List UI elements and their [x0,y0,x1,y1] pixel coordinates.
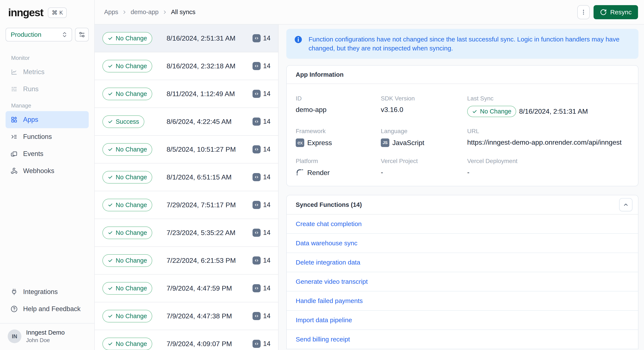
sync-timestamp: 8/5/2024, 10:51:27 PM [166,145,236,153]
field-language: Language JS JavaScript [381,128,467,147]
environment-settings-button[interactable] [75,28,89,41]
sync-row[interactable]: No Change 7/22/2024, 6:21:53 PM 14 [95,247,278,275]
field-last-sync: Last Sync No Change 8/16/2024, 2:51:31 A… [467,95,630,117]
resync-button[interactable]: Resync [594,5,638,19]
framework-value: Express [307,139,332,147]
function-count-value: 14 [263,62,270,70]
sync-timestamp: 8/1/2024, 6:51:15 AM [166,173,232,181]
chevron-right-icon [162,9,168,15]
function-row[interactable]: Import data pipeline [287,311,638,330]
sidebar-item-label: Help and Feedback [23,305,80,313]
sync-row[interactable]: No Change 7/9/2024, 4:47:38 PM 14 [95,302,278,330]
sync-row[interactable]: No Change 8/11/2024, 1:12:49 AM 14 [95,80,278,108]
sync-row[interactable]: No Change 8/16/2024, 2:51:31 AM 14 [95,24,278,52]
function-count-value: 14 [263,34,270,42]
sync-row[interactable]: No Change 8/16/2024, 2:32:18 AM 14 [95,52,278,80]
function-link[interactable]: Send billing receipt [296,336,350,343]
field-label: ID [296,95,381,102]
sidebar-item-apps[interactable]: Apps [6,111,89,128]
sync-row[interactable]: No Change 8/5/2024, 10:51:27 PM 14 [95,136,278,163]
function-count-value: 14 [263,284,270,292]
check-icon [108,313,113,319]
sidebar-item-functions[interactable]: Functions [6,128,89,145]
sync-row[interactable]: Success 8/6/2024, 4:22:45 AM 14 [95,108,278,136]
sync-row[interactable]: No Change 7/29/2024, 7:51:17 PM 14 [95,191,278,219]
sidebar-item-label: Integrations [23,288,58,296]
sync-row[interactable]: No Change 7/9/2024, 4:47:59 PM 14 [95,275,278,302]
banner-text: Function configurations have not changed… [308,35,631,53]
function-row[interactable]: Generate video transcript [287,272,638,292]
status-badge: No Change [102,60,152,72]
apps-grid-icon [11,116,18,123]
function-row[interactable]: Data warehouse sync [287,234,638,253]
status-badge-label: Success [116,118,139,125]
sidebar-item-label: Webhooks [23,167,54,175]
status-badge-label: No Change [116,35,147,42]
function-row[interactable]: Delete integration data [287,253,638,272]
sync-row[interactable]: No Change 7/23/2024, 5:35:22 AM 14 [95,219,278,247]
section-label-monitor: Monitor [11,55,89,61]
status-badge: No Change [102,32,152,45]
function-row[interactable]: Create chat completion [287,215,638,234]
status-badge-label: No Change [116,285,147,292]
function-link[interactable]: Import data pipeline [296,317,352,324]
function-count-value: 14 [263,90,270,98]
user-menu[interactable]: IN Inngest Demo John Doe [6,324,89,350]
breadcrumb-apps[interactable]: Apps [104,8,118,15]
sync-timestamp: 7/9/2024, 4:47:59 PM [166,284,232,292]
sync-status-cell: No Change [102,338,166,350]
sync-status-cell: No Change [102,171,166,184]
function-link[interactable]: Generate video transcript [296,278,368,285]
shortcut-key-label: K [60,9,63,16]
sync-function-count: 14 [252,340,270,348]
collapse-button[interactable] [619,198,632,211]
sidebar-item-webhooks[interactable]: Webhooks [6,162,89,179]
field-value: - [467,168,630,176]
sync-status-cell: No Change [102,143,166,156]
field-label: Last Sync [467,95,630,102]
sidebar-item-help[interactable]: Help and Feedback [6,301,89,318]
rotate-cw-icon [600,9,607,15]
function-link[interactable]: Create chat completion [296,220,362,228]
field-vercel-project: Vercel Project - [381,158,467,177]
app-information-title: App Information [296,71,344,78]
runs-list-icon [11,86,18,92]
sync-row[interactable]: No Change 8/1/2024, 6:51:15 AM 14 [95,163,278,191]
sync-row[interactable]: No Change 7/9/2024, 4:09:07 PM 14 [95,330,278,350]
breadcrumb-app-name[interactable]: demo-app [131,8,159,15]
function-link[interactable]: Data warehouse sync [296,240,358,247]
synced-functions-list: Create chat completion Data warehouse sy… [287,215,638,349]
check-icon [108,63,113,69]
environment-select[interactable]: Production [6,28,72,41]
sidebar-item-metrics[interactable]: Metrics [6,63,89,80]
sync-timestamp: 7/9/2024, 4:09:07 PM [166,340,232,348]
status-badge-label: No Change [116,90,147,97]
field-sdk-version: SDK Version v3.16.0 [381,95,467,117]
function-row[interactable]: Send billing receipt [287,330,638,349]
more-options-button[interactable] [577,5,590,19]
sidebar-item-events[interactable]: Events [6,145,89,162]
function-count-value: 14 [263,257,270,264]
code-icon [252,173,261,181]
sync-status-cell: No Change [102,282,166,295]
sidebar-item-runs[interactable]: Runs [6,80,89,98]
code-icon [252,145,261,153]
chevron-right-icon [122,9,127,15]
app-information-grid: ID demo-app SDK Version v3.16.0 Last Syn… [287,84,638,186]
field-platform: Platform Render [296,158,381,177]
function-row[interactable]: Handle failed payments [287,292,638,311]
status-badge: No Change [102,171,152,184]
javascript-icon: JS [381,138,389,147]
field-value: Render [296,168,381,177]
status-badge-label: No Change [480,108,512,115]
sync-timestamp: 8/6/2024, 4:22:45 AM [166,118,232,126]
sidebar-item-integrations[interactable]: Integrations [6,283,89,301]
sync-function-count: 14 [252,256,270,265]
function-link[interactable]: Handle failed payments [296,297,363,305]
code-icon [252,34,261,42]
status-badge-label: No Change [116,229,147,236]
command-k-shortcut[interactable]: ⌘ K [48,7,67,18]
logo-row: inngest ⌘ K [6,0,89,19]
field-value: - [381,168,467,176]
function-link[interactable]: Delete integration data [296,259,360,266]
